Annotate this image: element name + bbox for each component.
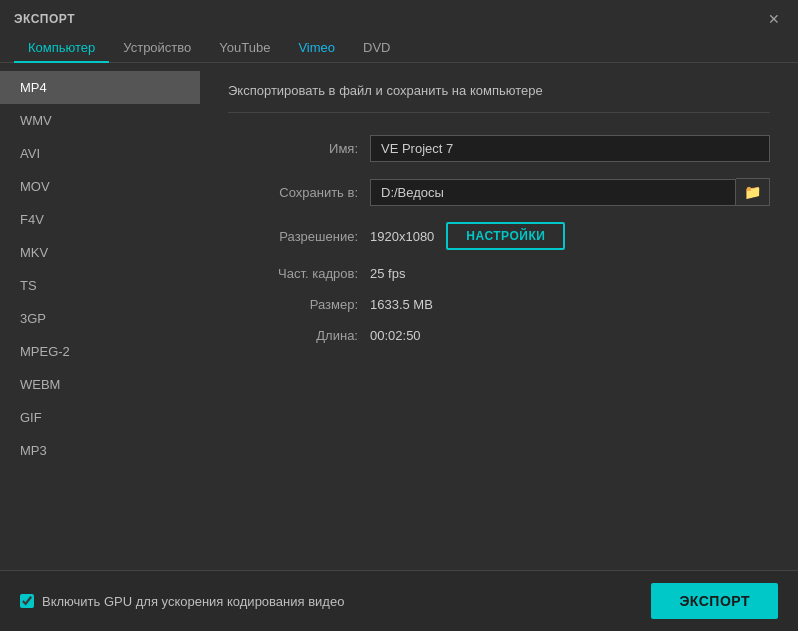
fps-value: 25 fps	[370, 266, 405, 281]
size-row: Размер: 1633.5 MB	[228, 297, 770, 312]
sidebar-item-avi[interactable]: AVI	[0, 137, 200, 170]
resolution-container: 1920x1080 НАСТРОЙКИ	[370, 222, 770, 250]
tab-youtube[interactable]: YouTube	[205, 34, 284, 63]
name-input[interactable]	[370, 135, 770, 162]
close-button[interactable]: ✕	[764, 10, 784, 28]
tab-dvd[interactable]: DVD	[349, 34, 404, 63]
gpu-option-row: Включить GPU для ускорения кодирования в…	[20, 594, 344, 609]
sidebar-item-webm[interactable]: WEBM	[0, 368, 200, 401]
duration-value: 00:02:50	[370, 328, 421, 343]
resolution-label: Разрешение:	[228, 229, 358, 244]
settings-button[interactable]: НАСТРОЙКИ	[446, 222, 565, 250]
sidebar-item-gif[interactable]: GIF	[0, 401, 200, 434]
tab-device[interactable]: Устройство	[109, 34, 205, 63]
tab-computer[interactable]: Компьютер	[14, 34, 109, 63]
fps-label: Част. кадров:	[228, 266, 358, 281]
fps-row: Част. кадров: 25 fps	[228, 266, 770, 281]
sidebar-item-wmv[interactable]: WMV	[0, 104, 200, 137]
folder-browse-button[interactable]: 📁	[736, 178, 770, 206]
title-bar: ЭКСПОРТ ✕	[0, 0, 798, 28]
export-window: ЭКСПОРТ ✕ Компьютер Устройство YouTube V…	[0, 0, 798, 631]
resolution-row: Разрешение: 1920x1080 НАСТРОЙКИ	[228, 222, 770, 250]
sidebar-item-mkv[interactable]: MKV	[0, 236, 200, 269]
content-area: Экспортировать в файл и сохранить на ком…	[200, 63, 798, 570]
sidebar-item-3gp[interactable]: 3GP	[0, 302, 200, 335]
window-title: ЭКСПОРТ	[14, 12, 75, 26]
tab-bar: Компьютер Устройство YouTube Vimeo DVD	[0, 28, 798, 63]
duration-label: Длина:	[228, 328, 358, 343]
sidebar-item-mpeg2[interactable]: MPEG-2	[0, 335, 200, 368]
folder-icon: 📁	[744, 184, 761, 200]
sidebar-item-mp3[interactable]: MP3	[0, 434, 200, 467]
name-label: Имя:	[228, 141, 358, 156]
save-path-row: Сохранить в: 📁	[228, 178, 770, 206]
save-path-input[interactable]	[370, 179, 736, 206]
tab-vimeo[interactable]: Vimeo	[284, 34, 349, 63]
sidebar-item-ts[interactable]: TS	[0, 269, 200, 302]
size-value: 1633.5 MB	[370, 297, 433, 312]
gpu-checkbox[interactable]	[20, 594, 34, 608]
sidebar-item-f4v[interactable]: F4V	[0, 203, 200, 236]
size-label: Размер:	[228, 297, 358, 312]
export-button[interactable]: ЭКСПОРТ	[651, 583, 778, 619]
gpu-label[interactable]: Включить GPU для ускорения кодирования в…	[42, 594, 344, 609]
save-path-container: 📁	[370, 178, 770, 206]
export-description: Экспортировать в файл и сохранить на ком…	[228, 83, 770, 113]
main-content: MP4 WMV AVI MOV F4V MKV TS 3GP MPEG-2 WE…	[0, 63, 798, 570]
duration-row: Длина: 00:02:50	[228, 328, 770, 343]
sidebar: MP4 WMV AVI MOV F4V MKV TS 3GP MPEG-2 WE…	[0, 63, 200, 570]
name-row: Имя:	[228, 135, 770, 162]
bottom-bar: Включить GPU для ускорения кодирования в…	[0, 570, 798, 631]
sidebar-item-mp4[interactable]: MP4	[0, 71, 200, 104]
save-label: Сохранить в:	[228, 185, 358, 200]
resolution-value: 1920x1080	[370, 229, 434, 244]
sidebar-item-mov[interactable]: MOV	[0, 170, 200, 203]
